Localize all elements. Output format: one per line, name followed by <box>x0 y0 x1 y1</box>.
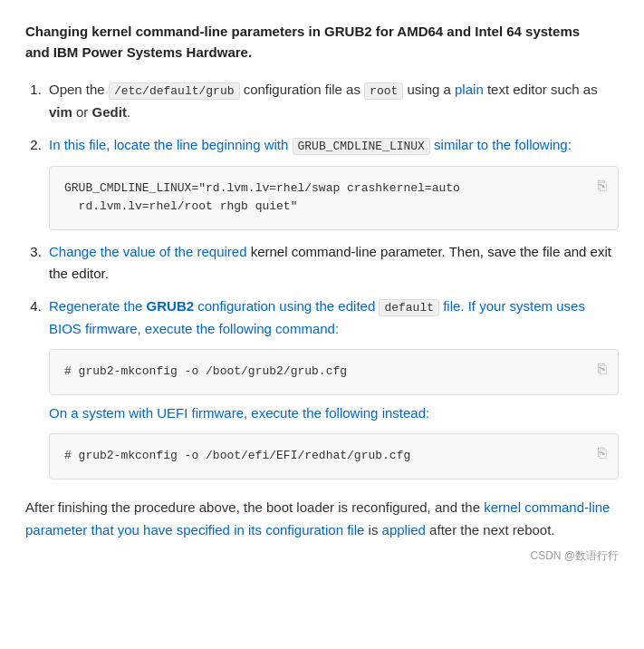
uefi-note: On a system with UEFI firmware, execute … <box>49 402 619 424</box>
page-title: Changing kernel command-line parameters … <box>25 22 619 63</box>
copy-icon-2[interactable]: ⎘ <box>598 359 607 383</box>
code-etc-default-grub: /etc/default/grub <box>109 82 240 100</box>
code-block-uefi: # grub2-mkconfig -o /boot/efi/EFI/redhat… <box>49 433 619 479</box>
code-uefi-text: # grub2-mkconfig -o /boot/efi/EFI/redhat… <box>64 449 410 462</box>
watermark: CSDN @数语行行 <box>25 547 619 565</box>
link-kernel-param[interactable]: kernel command-line parameter that you h… <box>25 499 610 538</box>
copy-icon-1[interactable]: ⎘ <box>598 176 607 199</box>
steps-list: Open the /etc/default/grub configuration… <box>25 79 619 479</box>
gedit-bold: Gedit <box>92 104 127 120</box>
code-block-grub-cmdline: GRUB_CMDLINE_LINUX="rd.lvm.lv=rhel/swap … <box>49 166 619 231</box>
link-plain[interactable]: plain <box>455 82 484 97</box>
copy-icon-3[interactable]: ⎘ <box>598 443 607 467</box>
step-1: Open the /etc/default/grub configuration… <box>45 79 619 123</box>
code-block-bios: # grub2-mkconfig -o /boot/grub2/grub.cfg… <box>49 349 619 395</box>
link-applied[interactable]: applied <box>382 522 426 538</box>
step-2: In this file, locate the line beginning … <box>45 134 619 230</box>
code-default: default <box>379 299 439 316</box>
after-text: After finishing the procedure above, the… <box>25 496 619 542</box>
code-grub-cmdline: GRUB_CMDLINE_LINUX <box>293 138 430 155</box>
grub2-bold: GRUB2 <box>147 298 195 314</box>
step-3: Change the value of the required kernel … <box>45 241 619 285</box>
code-root: root <box>364 82 403 100</box>
code-bios-text: # grub2-mkconfig -o /boot/grub2/grub.cfg <box>64 364 347 378</box>
vim-bold: vim <box>49 104 72 120</box>
step-4: Regenerate the GRUB2 configuration using… <box>45 295 619 479</box>
